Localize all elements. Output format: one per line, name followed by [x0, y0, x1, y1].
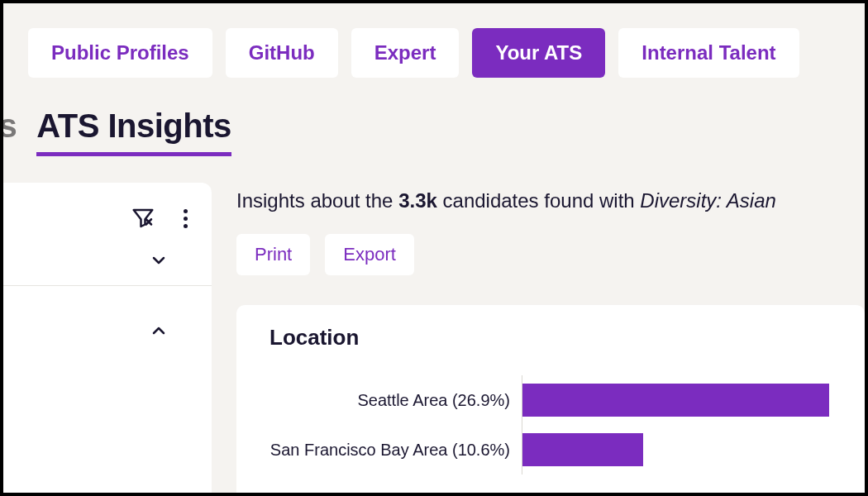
divider: [0, 285, 212, 286]
filter-panel: [0, 183, 212, 496]
filter-panel-actions: [13, 206, 195, 231]
tab-internal-talent[interactable]: Internal Talent: [618, 28, 799, 78]
tab-your-ats[interactable]: Your ATS: [472, 28, 605, 78]
prev-view-fragment: tes: [0, 107, 17, 145]
insights-filter: Diversity: Asian: [640, 189, 775, 212]
chevron-down-icon: [149, 250, 169, 270]
chart-title: Location: [269, 325, 865, 351]
export-button[interactable]: Export: [325, 234, 414, 275]
chart-bar-track: [522, 375, 865, 425]
chart-bar: [522, 384, 829, 417]
content: Insights about the 3.3k candidates found…: [236, 183, 865, 496]
print-button[interactable]: Print: [236, 234, 310, 275]
chart-row: San Francisco Bay Area (10.6%): [269, 425, 865, 475]
insights-mid: candidates found with: [437, 189, 641, 212]
chart-bar: [522, 433, 643, 466]
chart-bar-label: San Francisco Bay Area (10.6%): [269, 441, 522, 460]
location-chart-card: Location Seattle Area (26.9%)San Francis…: [236, 305, 865, 496]
view-tabs: tes ATS Insights: [0, 78, 865, 150]
insights-count: 3.3k: [398, 189, 437, 212]
section-collapse-2[interactable]: [13, 321, 195, 341]
chevron-up-icon: [149, 321, 169, 341]
insights-prefix: Insights about the: [236, 189, 398, 212]
section-collapse-1[interactable]: [13, 250, 195, 270]
source-tabs: Public Profiles GitHub Expert Your ATS I…: [3, 3, 865, 78]
tab-expert[interactable]: Expert: [351, 28, 460, 78]
clear-filter-icon[interactable]: [131, 206, 155, 231]
insights-actions: Print Export: [236, 234, 865, 275]
location-chart: Seattle Area (26.9%)San Francisco Bay Ar…: [269, 375, 865, 475]
main: Insights about the 3.3k candidates found…: [3, 183, 865, 496]
view-ats-insights[interactable]: ATS Insights: [36, 107, 231, 150]
chart-bar-label: Seattle Area (26.9%): [269, 391, 522, 410]
more-menu-icon[interactable]: [175, 206, 195, 231]
tab-github[interactable]: GitHub: [226, 28, 338, 78]
chart-row: Seattle Area (26.9%): [269, 375, 865, 425]
tab-public-profiles[interactable]: Public Profiles: [28, 28, 212, 78]
insights-summary: Insights about the 3.3k candidates found…: [236, 186, 865, 216]
chart-bar-track: [522, 425, 865, 475]
